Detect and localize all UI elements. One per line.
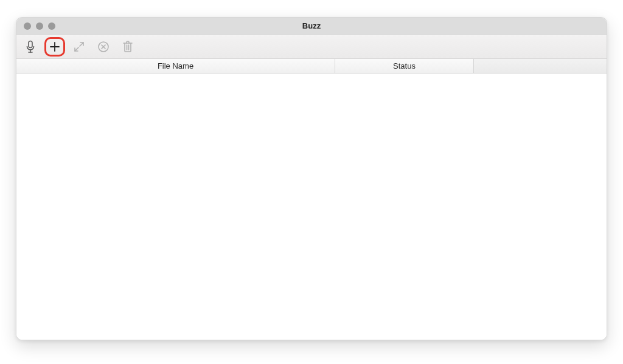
app-window: Buzz <box>16 17 607 340</box>
trash-icon <box>122 40 134 53</box>
cancel-button[interactable] <box>93 37 114 57</box>
fullscreen-window-button[interactable] <box>48 22 55 30</box>
record-button[interactable] <box>20 37 41 57</box>
window-title: Buzz <box>16 21 607 30</box>
column-header-filename[interactable]: File Name <box>16 59 335 73</box>
window-controls <box>16 18 55 34</box>
cancel-icon <box>97 41 110 53</box>
add-file-button[interactable] <box>44 37 65 57</box>
close-window-button[interactable] <box>24 22 31 30</box>
minimize-window-button[interactable] <box>36 22 43 30</box>
svg-rect-0 <box>29 41 32 47</box>
svg-line-5 <box>80 43 83 46</box>
table-header-row: File Name Status <box>16 59 607 74</box>
column-header-spacer <box>474 59 607 73</box>
expand-icon <box>73 41 85 53</box>
delete-button[interactable] <box>117 37 138 57</box>
toolbar <box>16 35 607 59</box>
titlebar: Buzz <box>16 18 607 35</box>
table-body <box>16 74 607 340</box>
svg-line-6 <box>75 47 78 51</box>
microphone-icon <box>25 40 36 53</box>
expand-button[interactable] <box>69 37 89 57</box>
column-header-status[interactable]: Status <box>335 59 474 73</box>
plus-icon <box>49 41 61 53</box>
